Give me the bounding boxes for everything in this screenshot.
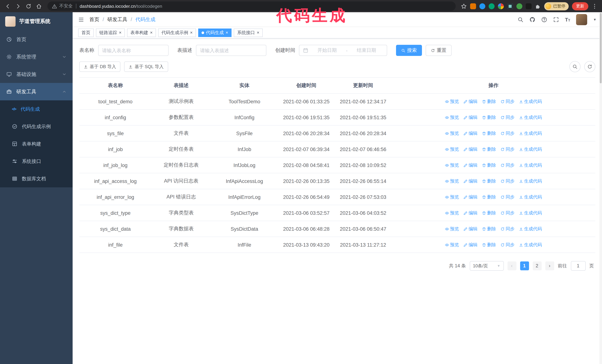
sidebar-item-home[interactable]: 首页 bbox=[0, 31, 73, 48]
row-action-edit[interactable]: 编辑 bbox=[463, 226, 478, 232]
table-name-input[interactable] bbox=[102, 48, 164, 53]
sidebar-fold-icon[interactable] bbox=[78, 16, 84, 22]
row-action-generate[interactable]: 生成代码 bbox=[519, 194, 542, 200]
row-action-preview[interactable]: 预览 bbox=[445, 146, 459, 152]
row-action-sync[interactable]: 同步 bbox=[501, 226, 515, 232]
search-button[interactable]: 搜索 bbox=[396, 45, 422, 56]
row-action-delete[interactable]: 删除 bbox=[482, 226, 496, 232]
row-action-generate[interactable]: 生成代码 bbox=[519, 146, 542, 152]
breadcrumb-devtools[interactable]: 研发工具 bbox=[108, 16, 128, 23]
row-action-delete[interactable]: 删除 bbox=[482, 98, 496, 104]
table-desc-input[interactable] bbox=[200, 48, 262, 53]
row-action-edit[interactable]: 编辑 bbox=[463, 146, 478, 152]
help-question-icon[interactable] bbox=[541, 16, 547, 22]
row-action-preview[interactable]: 预览 bbox=[445, 242, 459, 248]
jump-page-input[interactable] bbox=[571, 261, 586, 271]
row-action-sync[interactable]: 同步 bbox=[501, 146, 515, 152]
row-action-delete[interactable]: 删除 bbox=[482, 130, 496, 136]
close-icon[interactable]: × bbox=[190, 30, 193, 35]
user-menu-caret-icon[interactable]: ▼ bbox=[593, 18, 596, 21]
page-size-select[interactable]: 10条/页 ▼ bbox=[470, 261, 504, 271]
extension-icon-7[interactable] bbox=[526, 3, 532, 9]
search-icon[interactable] bbox=[517, 16, 524, 22]
row-action-edit[interactable]: 编辑 bbox=[463, 98, 478, 104]
browser-reload-button[interactable] bbox=[24, 1, 33, 11]
row-action-preview[interactable]: 预览 bbox=[445, 98, 459, 104]
reset-button[interactable]: 重置 bbox=[426, 45, 452, 56]
close-icon[interactable]: × bbox=[226, 30, 228, 35]
date-range-picker[interactable]: 开始日期 - 结束日期 bbox=[299, 45, 387, 56]
row-action-delete[interactable]: 删除 bbox=[482, 162, 496, 168]
row-action-delete[interactable]: 删除 bbox=[482, 210, 496, 216]
sidebar-item-infra[interactable]: 基础设施 bbox=[0, 65, 73, 83]
row-action-sync[interactable]: 同步 bbox=[501, 242, 515, 248]
extension-icon-1[interactable] bbox=[470, 3, 476, 9]
row-action-delete[interactable]: 删除 bbox=[482, 178, 496, 184]
extensions-puzzle-icon[interactable] bbox=[535, 3, 541, 9]
page-scrollbar[interactable] bbox=[599, 12, 602, 364]
tab-form-builder[interactable]: 表单构建 × bbox=[127, 28, 156, 37]
bookmark-star-icon[interactable] bbox=[461, 3, 467, 9]
row-action-sync[interactable]: 同步 bbox=[501, 210, 515, 216]
tab-home[interactable]: 首页 bbox=[78, 28, 94, 37]
sidebar-item-form-builder[interactable]: 表单构建 bbox=[0, 135, 73, 153]
app-logo-block[interactable]: 芋道管理系统 bbox=[0, 12, 73, 31]
row-action-delete[interactable]: 删除 bbox=[482, 114, 496, 121]
fullscreen-icon[interactable] bbox=[553, 16, 559, 22]
refresh-table-button[interactable] bbox=[584, 61, 595, 72]
row-action-delete[interactable]: 删除 bbox=[482, 242, 496, 248]
extension-icon-3[interactable] bbox=[489, 3, 494, 9]
chrome-update-button[interactable]: 更新 bbox=[572, 2, 588, 10]
next-page-button[interactable]: › bbox=[545, 261, 554, 270]
row-action-sync[interactable]: 同步 bbox=[501, 98, 515, 104]
row-action-edit[interactable]: 编辑 bbox=[463, 162, 478, 168]
row-action-generate[interactable]: 生成代码 bbox=[519, 162, 542, 168]
row-action-edit[interactable]: 编辑 bbox=[463, 130, 478, 136]
page-button-2[interactable]: 2 bbox=[533, 261, 541, 270]
profile-paused-badge[interactable]: 已暂停 bbox=[544, 2, 569, 10]
tab-codegen-active[interactable]: 代码生成 × bbox=[198, 28, 232, 37]
row-action-sync[interactable]: 同步 bbox=[501, 178, 515, 184]
row-action-preview[interactable]: 预览 bbox=[445, 226, 459, 232]
row-action-preview[interactable]: 预览 bbox=[445, 130, 459, 136]
tab-api[interactable]: 系统接口 × bbox=[234, 28, 263, 37]
scrollbar-thumb[interactable] bbox=[600, 13, 602, 83]
close-icon[interactable]: × bbox=[119, 30, 121, 35]
browser-forward-button[interactable] bbox=[13, 1, 23, 11]
extension-icon-4[interactable] bbox=[498, 3, 504, 9]
sidebar-item-system[interactable]: 系统管理 bbox=[0, 48, 73, 65]
github-icon[interactable] bbox=[529, 16, 535, 22]
row-action-generate[interactable]: 生成代码 bbox=[519, 242, 542, 248]
sidebar-item-codegen-example[interactable]: 代码生成示例 bbox=[0, 118, 73, 135]
user-avatar[interactable] bbox=[576, 14, 587, 25]
row-action-sync[interactable]: 同步 bbox=[501, 130, 515, 136]
row-action-generate[interactable]: 生成代码 bbox=[519, 98, 542, 104]
browser-back-button[interactable] bbox=[3, 1, 13, 11]
tab-tracing[interactable]: 链路追踪 × bbox=[96, 28, 125, 37]
browser-home-button[interactable] bbox=[34, 1, 44, 11]
row-action-sync[interactable]: 同步 bbox=[501, 162, 515, 168]
row-action-edit[interactable]: 编辑 bbox=[463, 178, 478, 184]
row-action-preview[interactable]: 预览 bbox=[445, 162, 459, 168]
row-action-delete[interactable]: 删除 bbox=[482, 194, 496, 200]
row-action-sync[interactable]: 同步 bbox=[501, 194, 515, 200]
extension-icon-2[interactable] bbox=[479, 3, 485, 9]
row-action-delete[interactable]: 删除 bbox=[482, 146, 496, 152]
kebab-menu-icon[interactable] bbox=[592, 3, 598, 9]
row-action-preview[interactable]: 预览 bbox=[445, 178, 459, 184]
row-action-edit[interactable]: 编辑 bbox=[463, 242, 478, 248]
prev-page-button[interactable]: ‹ bbox=[507, 261, 516, 270]
close-icon[interactable]: × bbox=[257, 30, 259, 35]
row-action-preview[interactable]: 预览 bbox=[445, 114, 459, 121]
row-action-generate[interactable]: 生成代码 bbox=[519, 130, 542, 136]
sidebar-item-db-doc[interactable]: 数据库文档 bbox=[0, 170, 73, 187]
sidebar-item-api[interactable]: 系统接口 bbox=[0, 153, 73, 170]
row-action-generate[interactable]: 生成代码 bbox=[519, 226, 542, 232]
font-size-icon[interactable]: TT bbox=[565, 17, 570, 22]
extension-icon-6[interactable] bbox=[516, 3, 522, 9]
row-action-edit[interactable]: 编辑 bbox=[463, 210, 478, 216]
row-action-generate[interactable]: 生成代码 bbox=[519, 114, 542, 121]
import-sql-button[interactable]: 基于 SQL 导入 bbox=[124, 62, 168, 72]
breadcrumb-home[interactable]: 首页 bbox=[89, 16, 99, 23]
sidebar-item-codegen[interactable]: </> 代码生成 bbox=[0, 100, 73, 118]
